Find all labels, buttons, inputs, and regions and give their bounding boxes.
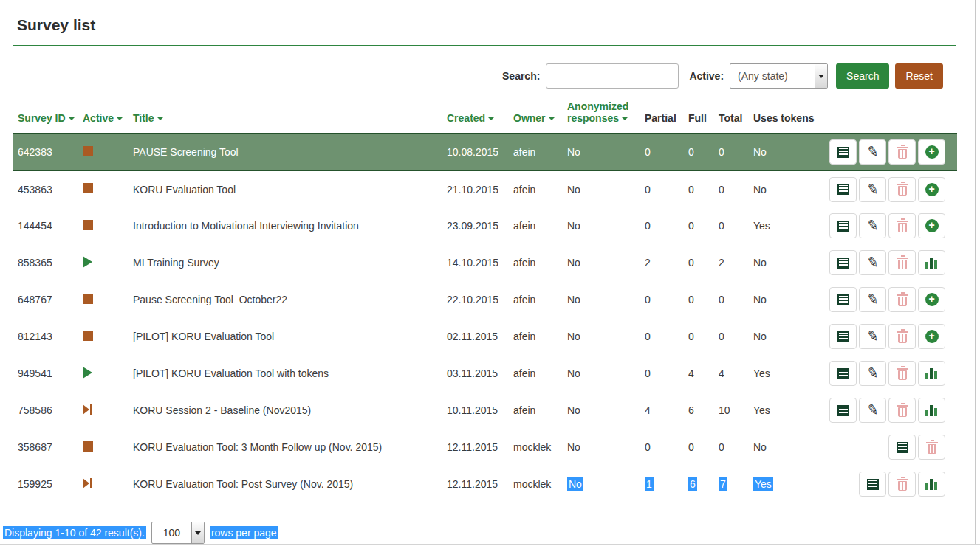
page-size-select[interactable]: 100	[151, 522, 205, 544]
survey-edit-button[interactable]: ✎	[859, 177, 886, 202]
survey-summary-button[interactable]	[829, 177, 857, 202]
survey-delete-button[interactable]	[888, 287, 916, 312]
survey-summary-button[interactable]	[829, 139, 857, 165]
partial-cell: 0	[640, 281, 684, 318]
survey-activate-button[interactable]	[918, 213, 945, 238]
survey-activate-button[interactable]	[918, 324, 945, 349]
pencil-icon: ✎	[866, 367, 879, 381]
survey-delete-button[interactable]	[888, 398, 916, 423]
bar-chart-icon	[925, 368, 938, 379]
list-icon	[837, 294, 849, 305]
full-cell: 0	[684, 318, 714, 355]
survey-row[interactable]: 648767Pause Screening Tool_October2222.1…	[13, 281, 957, 318]
survey-edit-button[interactable]: ✎	[859, 139, 886, 165]
plus-circle-icon	[925, 293, 939, 306]
reset-button[interactable]: Reset	[895, 63, 943, 89]
survey-id-cell: 642383	[13, 134, 78, 170]
survey-summary-button[interactable]	[829, 324, 857, 349]
survey-delete-button[interactable]	[888, 177, 916, 202]
survey-edit-button[interactable]: ✎	[859, 361, 886, 386]
list-icon	[837, 405, 849, 416]
survey-row[interactable]: 949541[PILOT] KORU Evaluation Tool with …	[13, 355, 957, 392]
pencil-icon: ✎	[866, 256, 879, 270]
survey-summary-button[interactable]	[888, 435, 916, 460]
survey-row[interactable]: 453863KORU Evaluation Tool21.10.2015afei…	[13, 170, 957, 207]
survey-statistics-button[interactable]	[918, 472, 945, 497]
sort-caret-icon	[69, 117, 75, 120]
column-header-survey-id[interactable]: Survey ID	[13, 93, 78, 134]
survey-id-cell: 812143	[13, 318, 78, 355]
actions-cell: ✎	[823, 318, 957, 355]
survey-row[interactable]: 858365MI Training Survey14.10.2015afeinN…	[13, 244, 957, 281]
search-input[interactable]	[546, 63, 679, 89]
column-header-anonymized-responses[interactable]: Anonymized responses	[563, 93, 640, 134]
full-cell: 0	[684, 244, 714, 281]
survey-statistics-button[interactable]	[918, 398, 945, 423]
list-icon	[837, 368, 849, 379]
pencil-icon: ✎	[866, 404, 879, 418]
sort-caret-icon	[549, 117, 555, 120]
chevron-down-icon[interactable]	[815, 64, 827, 88]
total-cell: 10	[714, 392, 749, 429]
active-status-cell	[78, 466, 129, 503]
anonymized-cell: No	[563, 244, 640, 281]
survey-delete-button[interactable]	[888, 361, 916, 386]
survey-edit-button[interactable]: ✎	[859, 398, 886, 423]
column-header-owner[interactable]: Owner	[509, 93, 563, 134]
survey-row[interactable]: 642383PAUSE Screening Tool10.08.2015afei…	[13, 134, 957, 170]
created-cell: 02.11.2015	[442, 318, 509, 355]
trash-icon	[898, 481, 907, 491]
survey-edit-button[interactable]: ✎	[859, 250, 886, 275]
survey-title-cell: [PILOT] KORU Evaluation Tool with tokens	[129, 355, 442, 392]
survey-statistics-button[interactable]	[918, 361, 945, 386]
uses-tokens-cell: Yes	[749, 207, 823, 244]
survey-summary-button[interactable]	[829, 213, 857, 238]
survey-activate-button[interactable]	[918, 139, 945, 165]
survey-summary-button[interactable]	[829, 250, 857, 275]
survey-summary-button[interactable]	[829, 361, 857, 386]
survey-row[interactable]: 812143[PILOT] KORU Evaluation Tool02.11.…	[13, 318, 957, 355]
survey-summary-button[interactable]	[859, 472, 886, 497]
owner-cell: afein	[509, 170, 563, 207]
column-header-active[interactable]: Active	[78, 93, 129, 134]
owner-cell: mocklek	[509, 429, 563, 466]
full-cell: 0	[684, 281, 714, 318]
survey-statistics-button[interactable]	[918, 250, 945, 275]
survey-summary-button[interactable]	[829, 398, 857, 423]
list-icon	[897, 442, 908, 453]
list-icon	[837, 147, 849, 158]
created-cell: 23.09.2015	[442, 207, 509, 244]
anonymized-cell: No	[563, 392, 640, 429]
active-status-cell	[78, 281, 129, 318]
column-header-created[interactable]: Created	[442, 93, 509, 134]
active-state-select[interactable]: (Any state)	[730, 63, 828, 89]
owner-cell: afein	[509, 392, 563, 429]
search-button[interactable]: Search	[836, 63, 889, 89]
survey-delete-button[interactable]	[888, 139, 916, 165]
column-header-title[interactable]: Title	[129, 93, 442, 134]
uses-tokens-cell: Yes	[749, 355, 823, 392]
survey-row[interactable]: 144454Introduction to Motivational Inter…	[13, 207, 957, 244]
created-cell: 21.10.2015	[442, 170, 509, 207]
survey-row[interactable]: 758586KORU Session 2 - Baseline (Nov2015…	[13, 392, 957, 429]
active-filter-label: Active:	[689, 70, 724, 82]
survey-activate-button[interactable]	[918, 177, 945, 202]
survey-activate-button[interactable]	[918, 287, 945, 312]
survey-row[interactable]: 358687KORU Evaluation Tool: 3 Month Foll…	[13, 429, 957, 466]
survey-summary-button[interactable]	[829, 287, 857, 312]
survey-delete-button[interactable]	[918, 435, 945, 460]
actions-cell: ✎	[823, 170, 957, 207]
survey-delete-button[interactable]	[888, 213, 916, 238]
survey-delete-button[interactable]	[888, 324, 916, 349]
chevron-down-icon[interactable]	[191, 522, 204, 543]
survey-edit-button[interactable]: ✎	[859, 287, 886, 312]
survey-delete-button[interactable]	[888, 250, 916, 275]
survey-delete-button[interactable]	[888, 472, 916, 497]
survey-edit-button[interactable]: ✎	[859, 213, 886, 238]
owner-cell: afein	[509, 318, 563, 355]
window-bottom-border	[0, 544, 980, 545]
survey-id-cell: 858365	[13, 244, 78, 281]
survey-edit-button[interactable]: ✎	[859, 324, 886, 349]
survey-row[interactable]: 159925KORU Evaluation Tool: Post Survey …	[13, 466, 957, 503]
anonymized-cell: No	[563, 318, 640, 355]
